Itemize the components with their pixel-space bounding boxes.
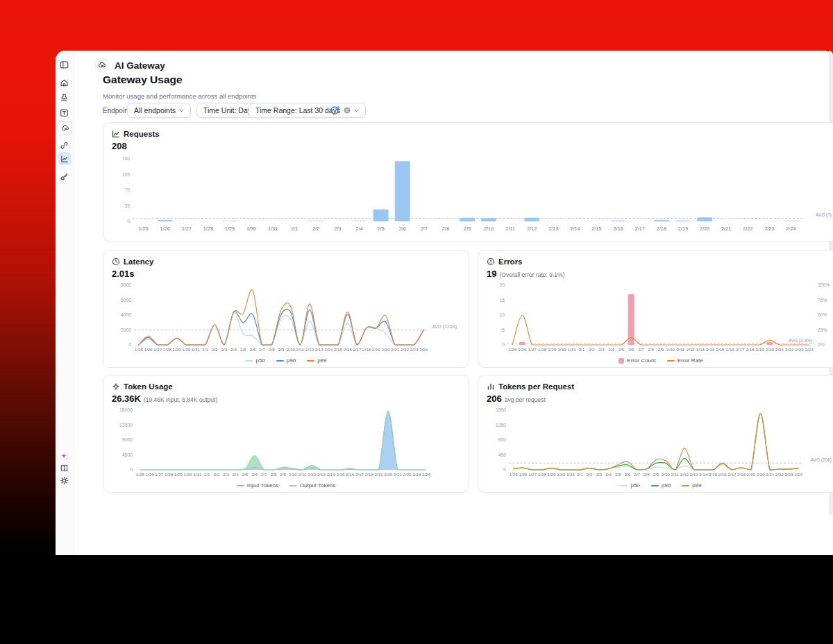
svg-text:2/2: 2/2 — [212, 347, 218, 352]
legend-item: Error Count — [619, 357, 655, 364]
svg-text:2/20: 2/20 — [766, 347, 775, 352]
bar-chart-icon — [487, 382, 495, 391]
svg-text:2/6: 2/6 — [625, 472, 631, 477]
svg-text:2/1: 2/1 — [204, 472, 210, 477]
svg-text:2/17: 2/17 — [736, 347, 745, 352]
endpoint-select[interactable]: All endpoints — [127, 103, 191, 118]
svg-text:105: 105 — [122, 172, 131, 177]
svg-text:2/21: 2/21 — [391, 347, 400, 352]
token-usage-value-row: 26.36K (19.46K input, 5.84K output) — [112, 393, 217, 404]
refresh-icon[interactable] — [330, 105, 339, 115]
svg-text:2/13: 2/13 — [548, 226, 558, 232]
latency-total: 2.01s — [112, 269, 135, 279]
errors-note: (Overall error rate: 9.1%) — [499, 271, 564, 278]
svg-text:2/15: 2/15 — [716, 347, 725, 352]
legend-label: Input Tokens — [247, 482, 278, 489]
docs-book-icon[interactable] — [60, 464, 69, 473]
analytics-chart-icon — [60, 155, 69, 163]
svg-text:1/29: 1/29 — [174, 472, 183, 477]
svg-text:1/28: 1/28 — [165, 472, 174, 477]
panel-left-icon[interactable] — [60, 60, 69, 69]
svg-text:1800: 1800 — [496, 407, 506, 412]
svg-text:2/10: 2/10 — [662, 472, 671, 477]
svg-text:35: 35 — [124, 203, 130, 208]
legend-label: p90 — [287, 357, 296, 364]
legend-item: p90 — [651, 482, 671, 489]
svg-text:1/31: 1/31 — [192, 347, 201, 352]
legend-label: p99 — [692, 482, 701, 489]
svg-text:2/22: 2/22 — [775, 472, 784, 477]
svg-text:2/10: 2/10 — [666, 347, 675, 352]
svg-text:0: 0 — [128, 342, 131, 347]
svg-text:2/5: 2/5 — [242, 472, 249, 477]
svg-text:2/13: 2/13 — [315, 347, 324, 352]
token-usage-chart: 04500900013500180001/251/261/271/281/291… — [112, 406, 459, 478]
sparkle-icon — [112, 382, 120, 391]
svg-text:2/3: 2/3 — [596, 472, 603, 477]
svg-text:1/30: 1/30 — [184, 472, 193, 477]
settings-gear-icon[interactable] — [60, 476, 69, 485]
svg-text:2/11: 2/11 — [296, 347, 305, 352]
svg-text:2/24: 2/24 — [794, 472, 803, 477]
svg-text:2/1: 2/1 — [202, 347, 208, 352]
svg-text:2/24: 2/24 — [805, 347, 814, 352]
svg-text:50%: 50% — [818, 312, 827, 317]
svg-text:1/27: 1/27 — [182, 226, 192, 232]
svg-text:2/10: 2/10 — [289, 472, 298, 477]
sparkles-icon[interactable] — [60, 452, 69, 461]
key-icon[interactable] — [60, 172, 69, 181]
svg-text:2/20: 2/20 — [384, 472, 393, 477]
svg-text:2/14: 2/14 — [324, 347, 333, 352]
legend-swatch — [289, 485, 297, 486]
clear-filter-icon[interactable] — [344, 107, 351, 114]
svg-text:450: 450 — [498, 452, 507, 457]
svg-text:2/17: 2/17 — [727, 472, 737, 477]
svg-text:2/3: 2/3 — [223, 472, 229, 477]
svg-text:2/19: 2/19 — [756, 347, 765, 352]
token-usage-legend: Input TokensOutput Tokens — [103, 482, 469, 489]
svg-text:1/25: 1/25 — [135, 347, 144, 352]
svg-text:2/16: 2/16 — [726, 347, 735, 352]
time-range-select[interactable]: Time Range: Last 30 days — [249, 103, 366, 118]
svg-text:75%: 75% — [818, 298, 827, 303]
svg-text:2/11: 2/11 — [298, 472, 307, 477]
link-icon[interactable] — [60, 141, 69, 150]
ai-gateway-cloud-icon — [95, 58, 109, 72]
sidebar-item-analytics-active[interactable] — [58, 152, 71, 165]
svg-text:2/11: 2/11 — [671, 472, 680, 477]
svg-text:4500: 4500 — [122, 452, 133, 457]
svg-text:2/7: 2/7 — [261, 472, 267, 477]
svg-text:2/12: 2/12 — [680, 472, 689, 477]
svg-text:2/23: 2/23 — [412, 472, 421, 477]
home-icon[interactable] — [60, 78, 69, 87]
svg-text:900: 900 — [498, 437, 507, 442]
requests-card-title: Requests — [124, 130, 160, 138]
svg-text:2/1: 2/1 — [291, 226, 298, 232]
requests-chart: 035701051401/251/261/271/281/291/301/312… — [112, 155, 833, 232]
legend-swatch — [237, 485, 244, 486]
requests-card-header: Requests — [112, 130, 160, 138]
svg-text:0%: 0% — [818, 342, 825, 347]
time-unit-value: Time Unit: Day — [203, 106, 251, 115]
svg-text:2/24: 2/24 — [786, 226, 796, 232]
errors-card: Errors 19 (Overall error rate: 9.1%) 051… — [478, 250, 833, 368]
errors-card-header: Errors — [487, 257, 523, 266]
svg-text:2/6: 2/6 — [250, 347, 256, 352]
time-range-value: Time Range: Last 30 days — [255, 106, 340, 115]
svg-text:2/5: 2/5 — [240, 347, 246, 352]
legend-item: Error Rate — [667, 357, 703, 364]
frame-template-icon[interactable] — [60, 108, 69, 117]
svg-text:0: 0 — [502, 342, 505, 347]
svg-text:2/7: 2/7 — [638, 347, 644, 352]
svg-text:2/7: 2/7 — [634, 472, 640, 477]
svg-text:2/17: 2/17 — [353, 347, 362, 352]
svg-text:10: 10 — [499, 312, 505, 317]
svg-text:2/5: 2/5 — [378, 226, 385, 232]
stamp-icon[interactable] — [60, 93, 69, 102]
svg-text:20: 20 — [499, 282, 505, 287]
svg-text:1/31: 1/31 — [568, 347, 577, 352]
sidebar-item-ai-gateway[interactable] — [58, 121, 72, 135]
sidebar — [56, 51, 74, 555]
svg-text:2/8: 2/8 — [269, 347, 275, 352]
svg-text:2/9: 2/9 — [278, 347, 285, 352]
